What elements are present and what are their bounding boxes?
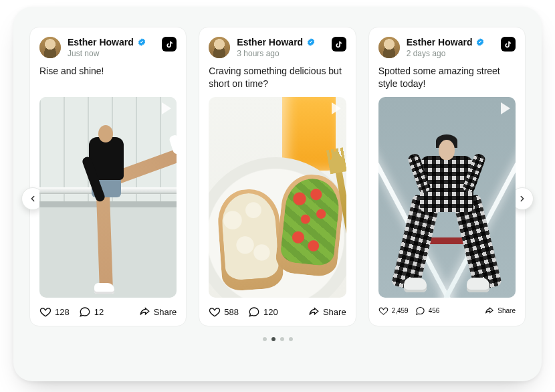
carousel: Esther Howard Just now Rise and shine! xyxy=(29,27,526,341)
like-button[interactable]: 588 xyxy=(209,306,239,318)
author-block: Esther Howard 3 hours ago xyxy=(237,37,316,58)
post-media[interactable] xyxy=(39,97,177,298)
share-button[interactable]: Share xyxy=(308,306,346,318)
like-count: 588 xyxy=(224,307,239,317)
carousel-dot[interactable] xyxy=(289,337,293,341)
comment-count: 456 xyxy=(429,307,440,314)
chevron-left-icon xyxy=(28,194,37,203)
share-icon xyxy=(484,306,494,316)
post-card[interactable]: Esther Howard 2 days ago Spotted some am… xyxy=(368,27,526,326)
post-time: 2 days ago xyxy=(407,49,485,58)
avatar[interactable] xyxy=(209,37,230,58)
comment-button[interactable]: 120 xyxy=(248,306,278,318)
post-card[interactable]: Esther Howard 3 hours ago Craving someth… xyxy=(199,27,356,326)
avatar[interactable] xyxy=(39,37,61,58)
post-header: Esther Howard 3 hours ago xyxy=(209,37,346,58)
share-icon xyxy=(308,306,320,318)
author-name[interactable]: Esther Howard xyxy=(407,37,473,47)
post-caption: Craving something delicious but short on… xyxy=(209,65,346,90)
comment-button[interactable]: 456 xyxy=(415,306,440,316)
like-button[interactable]: 128 xyxy=(39,306,70,318)
post-time: Just now xyxy=(68,49,146,58)
comment-icon xyxy=(79,306,91,318)
author-block: Esther Howard 2 days ago xyxy=(407,37,485,58)
engagement-bar: 128 12 Share xyxy=(39,306,177,318)
heart-icon xyxy=(39,306,51,318)
share-button[interactable]: Share xyxy=(484,306,516,316)
verified-badge-icon xyxy=(475,37,485,47)
post-time: 3 hours ago xyxy=(237,49,316,58)
comment-icon xyxy=(248,306,260,318)
card-row: Esther Howard Just now Rise and shine! xyxy=(29,27,526,326)
tiktok-icon xyxy=(162,37,177,52)
share-label: Share xyxy=(323,307,346,317)
feed-carousel-frame: Esther Howard Just now Rise and shine! xyxy=(13,7,542,381)
comment-count: 120 xyxy=(263,307,278,317)
post-caption: Rise and shine! xyxy=(39,65,177,90)
post-media[interactable] xyxy=(209,97,346,298)
tiktok-icon xyxy=(501,37,516,52)
author-name[interactable]: Esther Howard xyxy=(237,37,303,47)
post-card[interactable]: Esther Howard Just now Rise and shine! xyxy=(29,27,187,326)
play-icon xyxy=(332,102,341,114)
share-icon xyxy=(138,306,150,318)
post-media[interactable] xyxy=(378,97,516,298)
tiktok-icon xyxy=(332,37,346,52)
author-name[interactable]: Esther Howard xyxy=(68,37,134,47)
share-label: Share xyxy=(497,307,516,314)
verified-badge-icon xyxy=(306,37,316,47)
comment-button[interactable]: 12 xyxy=(79,306,104,318)
comment-icon xyxy=(415,306,425,316)
post-caption: Spotted some amazing street style today! xyxy=(378,65,516,90)
carousel-dot[interactable] xyxy=(271,337,275,341)
heart-icon xyxy=(209,306,221,318)
share-button[interactable]: Share xyxy=(138,306,177,318)
play-icon xyxy=(162,102,171,114)
carousel-dot[interactable] xyxy=(280,337,284,341)
post-header: Esther Howard Just now xyxy=(39,37,177,58)
author-block: Esther Howard Just now xyxy=(68,37,146,58)
heart-icon xyxy=(378,306,388,316)
play-icon xyxy=(501,102,510,114)
carousel-dots xyxy=(29,337,526,341)
post-header: Esther Howard 2 days ago xyxy=(378,37,516,58)
like-button[interactable]: 2,459 xyxy=(378,306,409,316)
avatar[interactable] xyxy=(378,37,400,58)
verified-badge-icon xyxy=(137,37,146,47)
like-count: 2,459 xyxy=(392,307,409,314)
comment-count: 12 xyxy=(94,307,104,317)
engagement-bar: 588 120 Share xyxy=(209,306,346,318)
chevron-right-icon xyxy=(518,194,527,203)
share-label: Share xyxy=(154,307,177,317)
like-count: 128 xyxy=(55,307,70,317)
engagement-bar: 2,459 456 Share xyxy=(378,306,516,316)
carousel-dot[interactable] xyxy=(263,337,267,341)
